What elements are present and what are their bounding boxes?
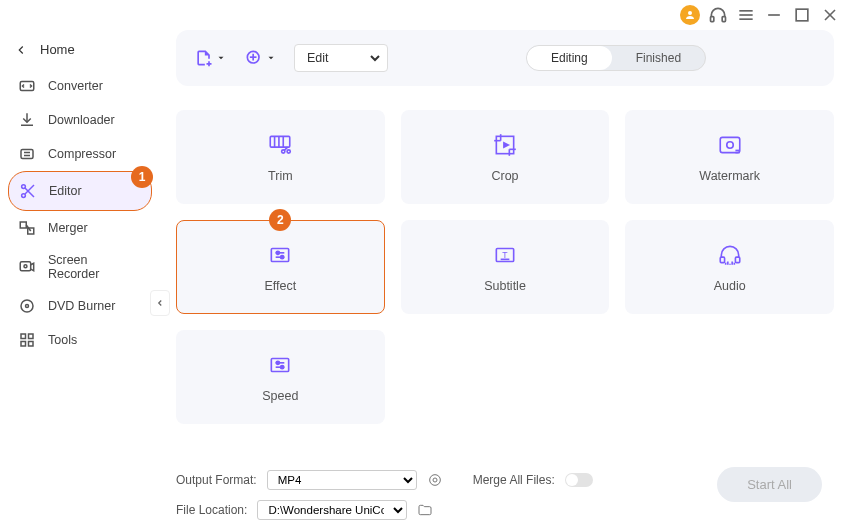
svg-point-23: [21, 300, 33, 312]
svg-rect-63: [272, 359, 289, 372]
card-crop[interactable]: Crop: [401, 110, 610, 204]
tools-icon: [18, 331, 36, 349]
svg-rect-56: [720, 257, 724, 262]
chevron-down-icon: [266, 53, 276, 63]
headphones-icon[interactable]: [708, 5, 728, 25]
chevron-left-icon: [14, 43, 28, 57]
card-trim[interactable]: Trim: [176, 110, 385, 204]
toolbar: Edit Editing Finished: [176, 30, 834, 86]
svg-marker-29: [219, 57, 224, 60]
svg-rect-25: [21, 334, 26, 339]
svg-point-0: [688, 11, 692, 15]
output-format-select[interactable]: MP4: [267, 470, 417, 490]
svg-rect-28: [29, 342, 34, 347]
nav-label: Screen Recorder: [48, 253, 142, 281]
converter-icon: [18, 77, 36, 95]
svg-point-45: [726, 142, 733, 149]
folder-open-icon[interactable]: [417, 502, 433, 518]
nav-label: Merger: [48, 221, 88, 235]
watermark-icon: [717, 131, 743, 159]
svg-rect-34: [271, 136, 291, 147]
svg-point-67: [281, 366, 284, 369]
collapse-sidebar-button[interactable]: [150, 290, 170, 316]
trim-icon: [267, 131, 293, 159]
card-label: Watermark: [699, 169, 760, 183]
callout-badge-1: 1: [131, 166, 153, 188]
sidebar-item-merger[interactable]: Merger: [8, 211, 152, 245]
sidebar-item-dvd-burner[interactable]: DVD Burner: [8, 289, 152, 323]
content-area: Edit Editing Finished Trim Crop Watermar…: [160, 30, 850, 522]
add-file-button[interactable]: [194, 48, 226, 68]
nav-label: Downloader: [48, 113, 115, 127]
svg-point-65: [277, 361, 280, 364]
svg-rect-21: [20, 262, 30, 271]
svg-point-69: [429, 475, 440, 486]
pill-finished[interactable]: Finished: [612, 46, 705, 70]
home-label: Home: [40, 42, 75, 57]
svg-rect-27: [21, 342, 26, 347]
speed-icon: [267, 351, 293, 379]
svg-point-22: [24, 265, 27, 268]
nav-label: Editor: [49, 184, 82, 198]
scissors-icon: [19, 182, 37, 200]
svg-rect-18: [20, 222, 26, 228]
mode-select-wrap: Edit: [294, 44, 388, 72]
download-icon: [18, 111, 36, 129]
svg-point-15: [22, 194, 26, 198]
nav-label: Tools: [48, 333, 77, 347]
sidebar-item-screen-recorder[interactable]: Screen Recorder: [8, 245, 152, 289]
sidebar-item-editor[interactable]: Editor 1: [8, 171, 152, 211]
maximize-icon[interactable]: [792, 5, 812, 25]
card-label: Audio: [714, 279, 746, 293]
nav-label: Compressor: [48, 147, 116, 161]
merger-icon: [18, 219, 36, 237]
card-label: Subtitle: [484, 279, 526, 293]
svg-point-39: [287, 150, 290, 153]
merge-toggle[interactable]: [565, 473, 593, 487]
svg-marker-33: [269, 57, 274, 60]
audio-icon: [717, 241, 743, 269]
svg-point-52: [281, 256, 284, 259]
recorder-icon: [18, 258, 36, 276]
start-all-button[interactable]: Start All: [717, 467, 822, 502]
file-location-select[interactable]: D:\Wondershare UniConverter 1: [257, 500, 407, 520]
svg-point-14: [22, 185, 26, 189]
svg-point-68: [433, 478, 437, 482]
chevron-left-icon: [155, 298, 165, 308]
format-settings-icon[interactable]: [427, 472, 443, 488]
sidebar-item-converter[interactable]: Converter: [8, 69, 152, 103]
subtitle-icon: T: [492, 241, 518, 269]
card-audio[interactable]: Audio: [625, 220, 834, 314]
svg-rect-7: [796, 9, 808, 21]
card-watermark[interactable]: Watermark: [625, 110, 834, 204]
svg-rect-48: [272, 249, 289, 262]
svg-rect-11: [21, 150, 33, 159]
card-label: Speed: [262, 389, 298, 403]
status-toggle: Editing Finished: [526, 45, 706, 71]
crop-icon: [492, 131, 518, 159]
close-icon[interactable]: [820, 5, 840, 25]
add-url-icon: [244, 48, 264, 68]
card-label: Trim: [268, 169, 293, 183]
minimize-icon[interactable]: [764, 5, 784, 25]
nav-label: Converter: [48, 79, 103, 93]
card-subtitle[interactable]: T Subtitle: [401, 220, 610, 314]
home-button[interactable]: Home: [8, 38, 152, 69]
sidebar-item-tools[interactable]: Tools: [8, 323, 152, 357]
pill-editing[interactable]: Editing: [527, 46, 612, 70]
svg-marker-43: [504, 143, 508, 147]
sidebar-item-downloader[interactable]: Downloader: [8, 103, 152, 137]
sidebar-item-compressor[interactable]: Compressor: [8, 137, 152, 171]
callout-badge-2: 2: [269, 209, 291, 231]
effect-icon: [267, 241, 293, 269]
sidebar: Home Converter Downloader Compressor Edi…: [0, 30, 160, 522]
mode-select[interactable]: Edit: [299, 46, 383, 70]
card-speed[interactable]: Speed: [176, 330, 385, 424]
user-avatar[interactable]: [680, 5, 700, 25]
card-effect[interactable]: 2 Effect: [176, 220, 385, 314]
menu-icon[interactable]: [736, 5, 756, 25]
chevron-down-icon: [216, 53, 226, 63]
nav-label: DVD Burner: [48, 299, 115, 313]
add-url-button[interactable]: [244, 48, 276, 68]
merge-label: Merge All Files:: [473, 473, 555, 487]
